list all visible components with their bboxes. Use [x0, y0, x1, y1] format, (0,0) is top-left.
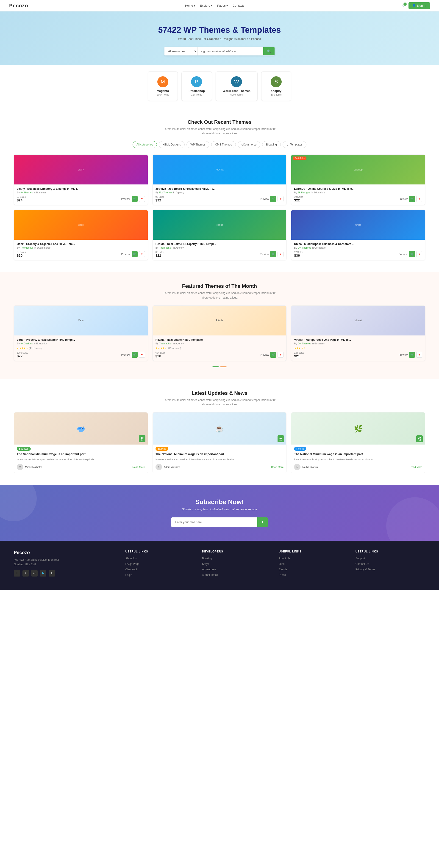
instagram-icon[interactable]: in: [31, 570, 38, 577]
read-more-link[interactable]: Read More: [133, 466, 145, 468]
footer-link-about[interactable]: About Us: [125, 557, 137, 560]
product-card: Unico Unico - Multipurpose Business & Co…: [291, 210, 425, 260]
preview-button[interactable]: Preview: [121, 353, 130, 356]
wishlist-button[interactable]: ♥: [416, 251, 422, 257]
preview-button[interactable]: Preview: [121, 197, 130, 200]
wishlist-button[interactable]: ♥: [277, 352, 284, 358]
footer-link-faqs[interactable]: FAQs Page: [125, 562, 140, 565]
add-to-cart-button[interactable]: 🛒: [270, 251, 276, 257]
category-prestashop[interactable]: P Prestashop 12k Items: [181, 71, 212, 101]
add-to-cart-button[interactable]: 🛒: [409, 251, 415, 257]
wishlist-button[interactable]: ♥: [139, 196, 145, 202]
signin-button[interactable]: 👤 Sign In: [409, 2, 430, 9]
footer-link-press[interactable]: Press: [279, 573, 286, 577]
category-wordpress[interactable]: W WordPress Themes 500k Items: [215, 71, 258, 101]
preview-button[interactable]: Preview: [121, 253, 130, 255]
footer-link-support[interactable]: Support: [355, 557, 365, 560]
tab-cms-themes[interactable]: CMS Themes: [211, 141, 236, 148]
cart-icon[interactable]: 🛒 1: [401, 4, 405, 7]
category-wordpress-count: 500k Items: [223, 93, 251, 96]
product-title: Listify - Business Directory & Listings …: [17, 187, 145, 190]
search-input[interactable]: [198, 47, 263, 55]
nav-contacts[interactable]: Contacts: [233, 4, 244, 7]
subscribe-email-input[interactable]: [171, 518, 257, 527]
featured-product-card: Verio Verio - Property & Real Estate HTM…: [14, 305, 148, 361]
preview-button[interactable]: Preview: [260, 353, 269, 356]
add-to-cart-button[interactable]: 🛒: [131, 196, 138, 202]
footer-link-events[interactable]: Events: [279, 568, 287, 571]
tab-ui-templates[interactable]: UI Templates: [283, 141, 306, 148]
search-icon: 🔍: [267, 50, 271, 53]
category-shopify[interactable]: S shopify 10k Items: [261, 71, 291, 101]
preview-button[interactable]: Preview: [260, 253, 269, 255]
read-more-link[interactable]: Read More: [410, 466, 422, 468]
nav-explore[interactable]: Explore ▾: [200, 4, 213, 7]
category-magento[interactable]: M Magento 200k Items: [148, 71, 178, 101]
nav-pages[interactable]: Pages ▾: [217, 4, 228, 7]
tab-all-categories[interactable]: All categories: [133, 141, 157, 148]
footer-link-checkout[interactable]: Checkout: [125, 568, 137, 571]
footer-link-stays[interactable]: Stays: [202, 562, 209, 565]
search-button[interactable]: 🔍: [263, 47, 274, 55]
wishlist-button[interactable]: ♥: [416, 352, 422, 358]
theme-tabs: All categories HTML Designs WP Themes CM…: [14, 141, 425, 148]
wishlist-button[interactable]: ♥: [277, 251, 284, 257]
tab-ecommerce[interactable]: eCommerce: [238, 141, 260, 148]
product-author: By EcuThemes in Agency: [155, 191, 284, 194]
wishlist-button[interactable]: ♥: [139, 251, 145, 257]
preview-button[interactable]: Preview: [399, 253, 408, 255]
wishlist-button[interactable]: ♥: [139, 352, 145, 358]
product-footer: 00 Sales $24 Preview 🛒 ♥: [17, 196, 145, 202]
preview-button[interactable]: Preview: [260, 197, 269, 200]
wishlist-button[interactable]: ♥: [416, 196, 422, 202]
tab-wp-themes[interactable]: WP Themes: [186, 141, 209, 148]
read-more-link[interactable]: Read More: [271, 466, 284, 468]
add-to-cart-button[interactable]: 🛒: [270, 196, 276, 202]
featured-product-card: Virasat Virasat - Multipurpose One Page …: [291, 305, 425, 361]
footer-link-author-detail[interactable]: Author Detail: [202, 573, 218, 577]
recent-themes-title: Check Out Recent Themes: [14, 119, 425, 125]
product-price: $22: [17, 354, 28, 358]
wishlist-button[interactable]: ♥: [277, 196, 284, 202]
footer-top: Pecozo 407-472 Rue Saint-Sulpice, Montre…: [14, 550, 425, 578]
footer-link-login[interactable]: Login: [125, 573, 132, 577]
news-grid: 🥣 10Jul Business The National Minimum wa…: [14, 412, 425, 473]
bird-icon[interactable]: 🐦: [40, 570, 46, 577]
product-card: Odex Odex - Grocery & Organic Food HTML …: [14, 210, 148, 260]
footer-col-title-useful3: USEFUL LINKS: [355, 550, 425, 553]
add-to-cart-button[interactable]: 🛒: [409, 352, 415, 358]
product-title: Resido - Real Estate & Property HTML Tem…: [155, 242, 284, 246]
slider-dot-inactive[interactable]: [220, 366, 227, 367]
slider-dot-active[interactable]: [212, 366, 219, 367]
site-logo[interactable]: Pecozo: [9, 3, 28, 9]
category-magento-count: 200k Items: [155, 93, 171, 96]
product-author: By DK Themes in Corporate: [294, 246, 422, 249]
product-card: Best Seller LearnUp LearnUp - Online Cou…: [291, 154, 425, 205]
subscribe-button[interactable]: +: [257, 518, 268, 527]
twitter-icon[interactable]: t: [23, 570, 29, 577]
add-to-cart-button[interactable]: 🛒: [131, 352, 138, 358]
search-category-select[interactable]: All resources WP Themes HTML Templates: [165, 47, 198, 56]
add-to-cart-button[interactable]: 🛒: [409, 196, 415, 202]
preview-button[interactable]: Preview: [399, 353, 408, 356]
featured-product-grid: Verio Verio - Property & Real Estate HTM…: [14, 305, 425, 361]
linkedin-icon[interactable]: li: [49, 570, 55, 577]
author-name: Mihail Malhotra: [25, 466, 42, 468]
footer-link-jobs[interactable]: Jobs: [279, 562, 285, 565]
preview-button[interactable]: Preview: [399, 197, 408, 200]
footer-link-adventures[interactable]: Adventures: [202, 568, 216, 571]
nav-home[interactable]: Home ▾: [185, 4, 196, 7]
footer-link-about2[interactable]: About Us: [279, 557, 290, 560]
featured-product-footer: 12k Sales $21 Preview 🛒 ♥: [294, 351, 422, 358]
category-list: M Magento 200k Items P Prestashop 12k It…: [0, 65, 439, 108]
footer-link-booking[interactable]: Booking: [202, 557, 212, 560]
product-actions: Preview 🛒 ♥: [260, 352, 284, 358]
add-to-cart-button[interactable]: 🛒: [131, 251, 138, 257]
tab-html-designs[interactable]: HTML Designs: [159, 141, 185, 148]
footer-link-privacy[interactable]: Privacy & Terms: [355, 568, 375, 571]
product-actions: Preview 🛒 ♥: [260, 196, 284, 202]
facebook-icon[interactable]: f: [14, 570, 20, 577]
footer-link-contact[interactable]: Contact Us: [355, 562, 369, 565]
tab-blogging[interactable]: Blogging: [262, 141, 281, 148]
add-to-cart-button[interactable]: 🛒: [270, 352, 276, 358]
